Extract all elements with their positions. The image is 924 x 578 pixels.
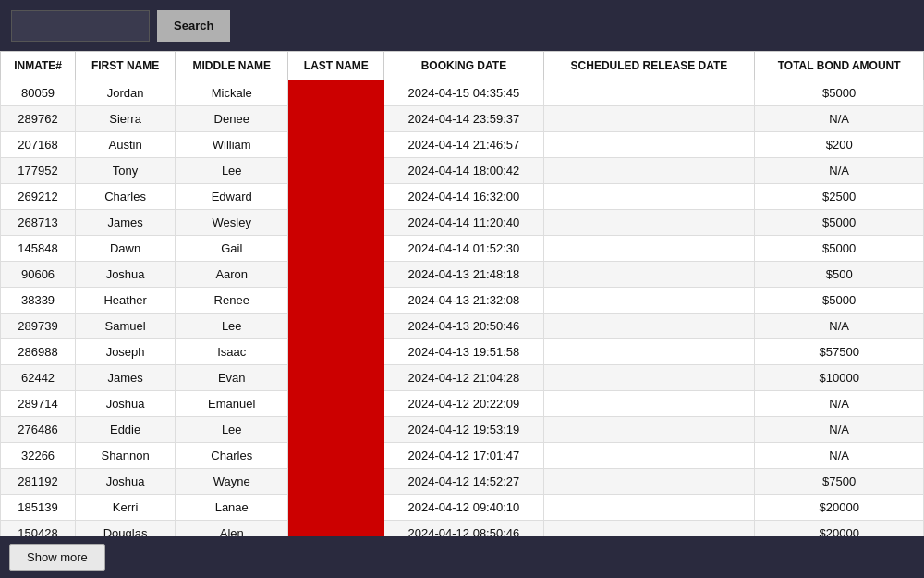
cell-inmate-num: 38339 xyxy=(1,288,76,314)
cell-scheduled-release-date xyxy=(543,391,755,417)
cell-first-name: Joshua xyxy=(76,391,176,417)
cell-inmate-num: 150428 xyxy=(1,521,76,537)
cell-inmate-num: 286988 xyxy=(1,339,76,365)
cell-inmate-num: 185139 xyxy=(1,495,76,521)
cell-inmate-num: 276486 xyxy=(1,417,76,443)
cell-last-name xyxy=(288,288,384,314)
cell-last-name xyxy=(288,106,384,132)
cell-last-name xyxy=(288,365,384,391)
show-more-button[interactable]: Show more xyxy=(9,544,105,571)
cell-booking-date: 2024-04-12 14:52:27 xyxy=(384,469,543,495)
table-row: 32266ShannonCharlesL2024-04-12 17:01:47N… xyxy=(1,443,924,469)
cell-inmate-num: 145848 xyxy=(1,236,76,262)
cell-inmate-num: 32266 xyxy=(1,443,76,469)
col-middle-name: MIDDLE NAME xyxy=(176,52,288,80)
cell-total-bond-amount: $20000 xyxy=(755,495,924,521)
cell-total-bond-amount: $5000 xyxy=(755,236,924,262)
search-input[interactable] xyxy=(11,10,150,42)
cell-inmate-num: 268713 xyxy=(1,210,76,236)
cell-scheduled-release-date xyxy=(543,184,755,210)
cell-middle-name: William xyxy=(176,132,288,158)
cell-total-bond-amount: N/A xyxy=(755,158,924,184)
table-row: 177952TonyLee2024-04-14 18:00:42N/A xyxy=(1,158,924,184)
cell-scheduled-release-date xyxy=(543,210,755,236)
cell-middle-name: Lee xyxy=(176,314,288,339)
cell-total-bond-amount: $500 xyxy=(755,262,924,288)
cell-booking-date: 2024-04-13 21:32:08 xyxy=(384,288,543,314)
cell-total-bond-amount: N/A xyxy=(755,314,924,339)
cell-booking-date: 2024-04-14 16:32:00 xyxy=(384,184,543,210)
cell-first-name: Samuel xyxy=(76,314,176,339)
cell-total-bond-amount: $5000 xyxy=(755,80,924,106)
cell-last-name xyxy=(288,521,384,537)
cell-middle-name: Emanuel xyxy=(176,391,288,417)
cell-total-bond-amount: $5000 xyxy=(755,210,924,236)
cell-middle-name: Isaac xyxy=(176,339,288,365)
cell-middle-name: Charles xyxy=(176,443,288,469)
cell-last-name xyxy=(288,80,384,106)
top-bar: Search xyxy=(0,0,924,51)
cell-booking-date: 2024-04-13 21:48:18 xyxy=(384,262,543,288)
cell-inmate-num: 62442 xyxy=(1,365,76,391)
col-total-bond-amount: TOTAL BOND AMOUNT xyxy=(755,52,924,80)
cell-first-name: Dawn xyxy=(76,236,176,262)
cell-booking-date: 2024-04-13 19:51:58 xyxy=(384,339,543,365)
cell-total-bond-amount: $10000 xyxy=(755,365,924,391)
col-scheduled-release-date: SCHEDULED RELEASE DATE xyxy=(543,52,755,80)
cell-scheduled-release-date xyxy=(543,365,755,391)
cell-scheduled-release-date xyxy=(543,80,755,106)
cell-scheduled-release-date xyxy=(543,236,755,262)
cell-booking-date: 2024-04-12 17:01:47 xyxy=(384,443,543,469)
cell-middle-name: Mickale xyxy=(176,80,288,106)
cell-last-name xyxy=(288,495,384,521)
cell-scheduled-release-date xyxy=(543,158,755,184)
cell-booking-date: 2024-04-13 20:50:46 xyxy=(384,314,543,339)
table-row: 269212CharlesEdward2024-04-14 16:32:00$2… xyxy=(1,184,924,210)
cell-inmate-num: 207168 xyxy=(1,132,76,158)
cell-middle-name: Lee xyxy=(176,417,288,443)
cell-middle-name: Wayne xyxy=(176,469,288,495)
cell-scheduled-release-date xyxy=(543,443,755,469)
cell-first-name: Eddie xyxy=(76,417,176,443)
table-row: 286988JosephIsaac2024-04-13 19:51:58$575… xyxy=(1,339,924,365)
table-row: 281192JoshuaWayne2024-04-12 14:52:27$750… xyxy=(1,469,924,495)
col-first-name: FIRST NAME xyxy=(76,52,176,80)
cell-scheduled-release-date xyxy=(543,521,755,537)
cell-middle-name: Denee xyxy=(176,106,288,132)
cell-booking-date: 2024-04-14 21:46:57 xyxy=(384,132,543,158)
cell-scheduled-release-date xyxy=(543,339,755,365)
cell-first-name: James xyxy=(76,210,176,236)
cell-scheduled-release-date xyxy=(543,469,755,495)
table-row: 90606JoshuaAaron2024-04-13 21:48:18$500 xyxy=(1,262,924,288)
cell-booking-date: 2024-04-12 08:50:46 xyxy=(384,521,543,537)
cell-last-name xyxy=(288,314,384,339)
cell-last-name xyxy=(288,262,384,288)
cell-last-name xyxy=(288,391,384,417)
cell-last-name xyxy=(288,132,384,158)
cell-first-name: Shannon xyxy=(76,443,176,469)
cell-total-bond-amount: N/A xyxy=(755,417,924,443)
search-button[interactable]: Search xyxy=(157,10,230,42)
cell-scheduled-release-date xyxy=(543,417,755,443)
cell-first-name: Douglas xyxy=(76,521,176,537)
table-header-row: INMATE# FIRST NAME MIDDLE NAME LAST NAME… xyxy=(1,52,924,80)
cell-total-bond-amount: N/A xyxy=(755,106,924,132)
cell-total-bond-amount: $2500 xyxy=(755,184,924,210)
cell-total-bond-amount: $5000 xyxy=(755,288,924,314)
cell-total-bond-amount: $7500 xyxy=(755,469,924,495)
table-row: 62442JamesEvan2024-04-12 21:04:28$10000 xyxy=(1,365,924,391)
cell-last-name xyxy=(288,210,384,236)
cell-middle-name: Alen xyxy=(176,521,288,537)
cell-booking-date: 2024-04-12 20:22:09 xyxy=(384,391,543,417)
cell-total-bond-amount: $57500 xyxy=(755,339,924,365)
table-row: 289714JoshuaEmanuel2024-04-12 20:22:09N/… xyxy=(1,391,924,417)
bottom-bar: Show more xyxy=(0,536,924,578)
cell-first-name: Austin xyxy=(76,132,176,158)
cell-first-name: Heather xyxy=(76,288,176,314)
cell-inmate-num: 289762 xyxy=(1,106,76,132)
table-row: 207168AustinWilliam2024-04-14 21:46:57$2… xyxy=(1,132,924,158)
cell-first-name: Joseph xyxy=(76,339,176,365)
cell-middle-name: Gail xyxy=(176,236,288,262)
cell-scheduled-release-date xyxy=(543,132,755,158)
cell-middle-name: Wesley xyxy=(176,210,288,236)
